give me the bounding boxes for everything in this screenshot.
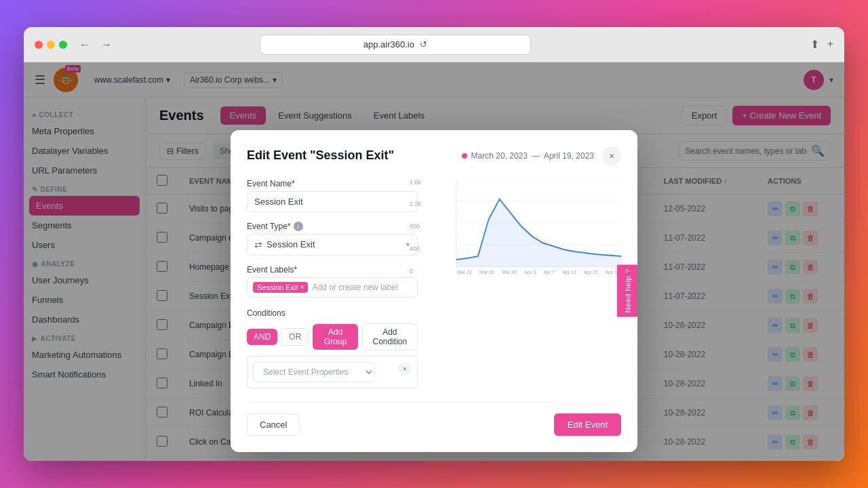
forward-button[interactable]: → bbox=[97, 36, 116, 54]
condition-property-select[interactable]: Select Event Properties bbox=[253, 362, 375, 382]
app-wrapper: ☰ 🐵 Beta www.scalefast.com ▾ Air360.io C… bbox=[24, 62, 844, 461]
condition-group: Select Event Properties × bbox=[247, 356, 418, 388]
modal-chart: 1.6k 1.2k 800 400 0 bbox=[431, 179, 621, 388]
label-tag-remove[interactable]: × bbox=[300, 283, 304, 291]
y-label-400: 400 bbox=[410, 245, 421, 252]
and-button[interactable]: AND bbox=[247, 329, 277, 345]
modal-footer: Cancel Edit Event bbox=[247, 402, 621, 436]
event-type-select-container: ⇄ Session Exit bbox=[247, 234, 418, 256]
modal-title: Edit Event "Session Exit" bbox=[247, 148, 394, 163]
chart-wrapper: 1.6k 1.2k 800 400 0 bbox=[431, 179, 621, 274]
y-label-1.2k: 1.2k bbox=[410, 201, 421, 207]
need-help-button[interactable]: Need help ? bbox=[617, 265, 637, 317]
modal-form: Event Name* Event Type* i bbox=[247, 179, 418, 388]
refresh-icon[interactable]: ↺ bbox=[420, 39, 427, 49]
address-bar[interactable]: app.air360.io ↺ bbox=[260, 35, 531, 55]
add-condition-button[interactable]: Add Condition bbox=[362, 323, 418, 350]
new-tab-icon[interactable]: + bbox=[827, 38, 833, 51]
event-type-value: Session Exit bbox=[267, 239, 315, 249]
share-icon[interactable]: ⬆ bbox=[810, 38, 819, 51]
label-tag-text: Session Exit bbox=[257, 283, 298, 291]
y-label-0: 0 bbox=[410, 268, 421, 274]
event-name-label: Event Name* bbox=[247, 179, 418, 188]
label-add-placeholder: Add or create new label bbox=[312, 283, 397, 292]
x-label: Mar 30 bbox=[502, 270, 517, 274]
modal-header: Edit Event "Session Exit" March 20, 2023… bbox=[247, 146, 621, 165]
labels-input[interactable]: Session Exit × Add or create new label bbox=[247, 277, 418, 298]
browser-chrome: ← → app.air360.io ↺ ⬆ + bbox=[24, 27, 844, 62]
close-window-button[interactable] bbox=[35, 41, 43, 49]
conditions-label: Conditions bbox=[247, 308, 418, 318]
event-labels-group: Event Labels* Session Exit × Add or crea… bbox=[247, 265, 418, 298]
chart-area bbox=[456, 179, 621, 267]
x-label: Apr 7 bbox=[543, 270, 555, 274]
x-label: Apr 15 bbox=[584, 270, 598, 274]
chart-y-labels: 1.6k 1.2k 800 400 0 bbox=[410, 179, 421, 274]
svg-marker-4 bbox=[456, 199, 621, 266]
chart-svg bbox=[456, 179, 621, 266]
event-name-group: Event Name* bbox=[247, 179, 418, 212]
event-type-label: Event Type* i bbox=[247, 222, 418, 231]
modal-body: Event Name* Event Type* i bbox=[247, 179, 621, 388]
add-group-button[interactable]: Add Group bbox=[313, 324, 357, 350]
browser-actions: ⬆ + bbox=[810, 38, 833, 51]
date-from: March 20, 2023 bbox=[471, 151, 528, 161]
modal-close-button[interactable]: × bbox=[602, 146, 621, 165]
event-name-input[interactable] bbox=[247, 191, 418, 212]
event-type-group: Event Type* i ⇄ Session Exit bbox=[247, 222, 418, 256]
event-type-info-icon[interactable]: i bbox=[294, 222, 303, 231]
minimize-window-button[interactable] bbox=[47, 41, 55, 49]
x-label: Apr 11 bbox=[562, 270, 576, 274]
chart-x-labels: Mar 22 Mar 26 Mar 30 Apr 3 Apr 7 Apr 11 … bbox=[456, 270, 621, 274]
date-separator: — bbox=[532, 151, 540, 161]
x-label: Mar 26 bbox=[479, 270, 494, 274]
edit-event-modal: Edit Event "Session Exit" March 20, 2023… bbox=[231, 130, 637, 452]
need-help-container: Need help ? bbox=[617, 265, 637, 317]
maximize-window-button[interactable] bbox=[59, 41, 67, 49]
or-button[interactable]: OR bbox=[281, 328, 309, 346]
nav-buttons: ← → bbox=[75, 36, 116, 54]
condition-remove-button[interactable]: × bbox=[398, 362, 412, 375]
y-label-800: 800 bbox=[410, 223, 421, 230]
conditions-section: Conditions AND OR Add Group Add Conditio… bbox=[247, 308, 418, 388]
event-labels-label: Event Labels* bbox=[247, 265, 418, 274]
back-button[interactable]: ← bbox=[75, 36, 94, 54]
traffic-lights bbox=[35, 41, 67, 49]
url-text: app.air360.io bbox=[363, 39, 414, 49]
conditions-row: AND OR Add Group Add Condition bbox=[247, 323, 418, 350]
date-indicator bbox=[462, 153, 467, 159]
x-label: Mar 22 bbox=[457, 270, 472, 274]
modal-overlay[interactable]: Edit Event "Session Exit" March 20, 2023… bbox=[24, 62, 844, 461]
modal-date-range: March 20, 2023 — April 19, 2023 bbox=[462, 151, 594, 161]
edit-event-button[interactable]: Edit Event bbox=[554, 413, 621, 436]
date-to: April 19, 2023 bbox=[544, 151, 594, 161]
event-type-select-icon: ⇄ bbox=[254, 239, 262, 250]
x-label: Apr 3 bbox=[524, 270, 536, 274]
y-label-1.6k: 1.6k bbox=[410, 179, 421, 186]
cancel-button[interactable]: Cancel bbox=[247, 413, 300, 436]
label-tag-session-exit: Session Exit × bbox=[253, 282, 308, 293]
modal-header-right: March 20, 2023 — April 19, 2023 × bbox=[462, 146, 621, 165]
event-type-select[interactable]: ⇄ Session Exit bbox=[247, 234, 418, 256]
